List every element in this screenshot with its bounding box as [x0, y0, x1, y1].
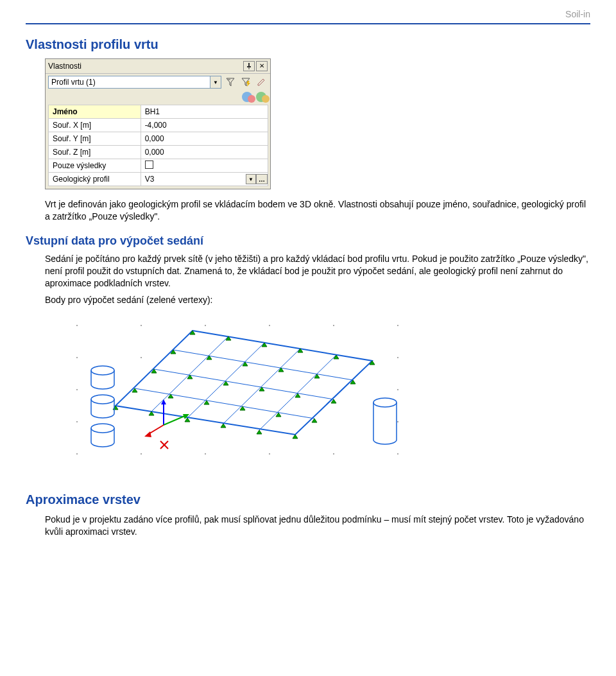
chevron-down-icon: ▼: [246, 174, 256, 184]
svg-marker-64: [293, 435, 298, 438]
close-icon: ✕: [259, 63, 264, 69]
svg-point-65: [91, 366, 114, 375]
mesh-svg: [64, 313, 424, 467]
row-geo-label: Geologický profil: [49, 173, 141, 186]
svg-point-74: [373, 398, 397, 407]
svg-point-19: [76, 421, 78, 422]
row-sourx-value[interactable]: -4,000: [141, 119, 268, 132]
close-button[interactable]: ✕: [256, 61, 268, 71]
properties-grid: Jméno BH1 Souř. X [m] -4,000 Souř. Y [m]…: [48, 105, 268, 186]
row-sourz-value[interactable]: 0,000: [141, 146, 268, 159]
pin-button[interactable]: [243, 61, 255, 71]
svg-marker-45: [314, 374, 320, 378]
svg-point-10: [205, 325, 206, 326]
row-sourz-label: Souř. Z [m]: [49, 146, 141, 159]
svg-point-16: [397, 357, 398, 358]
pencil-button[interactable]: [255, 76, 268, 88]
svg-marker-27: [116, 331, 372, 435]
svg-marker-63: [257, 430, 262, 434]
chevron-down-icon: ▼: [210, 76, 221, 88]
ellipsis-button[interactable]: …: [256, 174, 268, 184]
svg-line-31: [151, 336, 228, 412]
row-geo-value[interactable]: V3 ▼ …: [141, 173, 268, 186]
panel-combo-row: Profil vrtu (1) ▼: [46, 74, 270, 91]
svg-marker-7: [258, 79, 264, 85]
svg-rect-1: [247, 66, 251, 67]
svg-point-68: [91, 395, 114, 404]
svg-point-17: [76, 389, 78, 390]
mesh-diagram: [64, 313, 424, 467]
svg-point-26: [397, 453, 398, 455]
svg-marker-43: [243, 362, 248, 366]
row-geo-text: V3: [145, 175, 155, 184]
panel-titlebar: Vlastnosti ✕: [46, 59, 270, 74]
filter-lightning-icon: [241, 78, 250, 87]
profile-combo[interactable]: Profil vrtu (1) ▼: [48, 76, 221, 89]
svg-point-13: [397, 325, 398, 326]
page-header: Soil-in: [26, 6, 590, 24]
pencil-icon: [257, 78, 266, 87]
row-jmeno-label: Jméno: [49, 105, 141, 119]
row-soury-value[interactable]: 0,000: [141, 132, 268, 146]
section1-body: Vrt je definován jako geologickým profil…: [45, 198, 590, 223]
row-soury-label: Souř. Y [m]: [49, 132, 141, 146]
properties-panel: Vlastnosti ✕ Profil vrtu (1) ▼: [45, 58, 271, 189]
filter-tree-icon: [226, 78, 235, 87]
svg-rect-0: [248, 63, 250, 66]
svg-rect-2: [249, 67, 250, 69]
section-vlastnosti-title: Vlastnosti profilu vrtu: [26, 37, 590, 52]
pin-icon: [246, 63, 252, 69]
color-pair-icon-1[interactable]: [242, 92, 252, 102]
svg-point-21: [76, 453, 78, 455]
filter-lightning-button[interactable]: [239, 76, 252, 88]
section-aproximace-title: Aproximace vrstev: [26, 492, 590, 507]
checkbox-empty-icon: [145, 160, 153, 169]
svg-marker-61: [185, 418, 190, 422]
filter-tree-button[interactable]: [224, 76, 237, 88]
svg-marker-78: [161, 399, 166, 404]
section-vstupni-title: Vstupní data pro výpočet sedání: [26, 234, 590, 248]
svg-point-11: [269, 325, 270, 326]
row-jmeno-value[interactable]: BH1: [141, 105, 268, 119]
svg-point-14: [76, 357, 78, 358]
panel-title: Vlastnosti: [48, 62, 242, 71]
svg-line-79: [164, 415, 186, 425]
svg-point-25: [333, 453, 334, 455]
svg-point-15: [141, 357, 142, 358]
color-pair-icon-2[interactable]: [256, 92, 266, 102]
section2-body1: Sedání je počítáno pro každý prvek sítě …: [45, 253, 590, 290]
svg-point-71: [91, 424, 114, 433]
svg-point-20: [397, 421, 398, 422]
svg-point-18: [397, 389, 398, 390]
product-name: Soil-in: [565, 9, 590, 19]
svg-point-24: [269, 453, 270, 455]
svg-point-9: [141, 325, 142, 326]
row-pouze-value[interactable]: [141, 159, 268, 173]
svg-marker-62: [221, 424, 226, 428]
profile-combo-value: Profil vrtu (1): [51, 78, 96, 87]
svg-point-8: [76, 325, 78, 326]
row-sourx-label: Souř. X [m]: [49, 119, 141, 132]
section3-body: Pokud je v projektu zadáno více profilů,…: [45, 514, 590, 538]
row-pouze-label: Pouze výsledky: [49, 159, 141, 173]
svg-point-23: [205, 453, 206, 455]
svg-point-12: [333, 325, 334, 326]
svg-point-22: [141, 453, 142, 455]
svg-marker-58: [312, 419, 317, 422]
svg-line-33: [223, 349, 300, 424]
panel-icon-row: [46, 91, 270, 103]
section2-body2: Body pro výpočet sedání (zelené vertexy)…: [45, 294, 590, 306]
